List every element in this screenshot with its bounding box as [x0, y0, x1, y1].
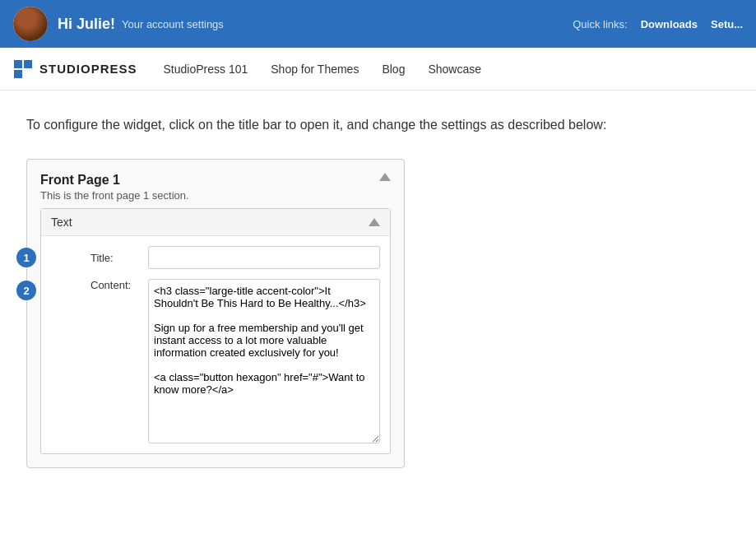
nav-items: StudioPress 101 Shop for Themes Blog Sho… [164, 59, 482, 79]
inner-widget-header[interactable]: Text [41, 209, 390, 236]
svg-rect-2 [14, 70, 22, 78]
quick-links-label: Quick links: [573, 18, 627, 30]
header: Hi Julie! Your account settings Quick li… [0, 0, 756, 48]
badge-2: 2 [16, 281, 36, 300]
widget-title: Front Page 1 [40, 173, 189, 188]
nav-item-shop-themes[interactable]: Shop for Themes [271, 59, 359, 79]
inner-widget: Text 1 Title: 2 Content: [40, 208, 391, 454]
content-textarea[interactable] [148, 279, 380, 443]
widget-container: Front Page 1 This is the front page 1 se… [26, 159, 405, 468]
header-right: Quick links: Downloads Setu... [573, 18, 743, 30]
widget-collapse-arrow[interactable] [379, 173, 391, 181]
account-settings-link[interactable]: Your account settings [122, 18, 224, 30]
avatar [13, 7, 48, 41]
nav-logo: STUDIOPRESS [13, 59, 137, 79]
title-input[interactable] [148, 246, 380, 269]
widget-section-header: Front Page 1 This is the front page 1 se… [40, 173, 391, 202]
svg-rect-0 [14, 60, 22, 68]
downloads-link[interactable]: Downloads [641, 18, 698, 30]
setup-link[interactable]: Setu... [711, 18, 743, 30]
studiopress-logo-icon [13, 59, 33, 79]
inner-widget-title: Text [51, 216, 72, 229]
intro-text: To configure the widget, click on the ti… [26, 114, 730, 136]
widget-section-info: Front Page 1 This is the front page 1 se… [40, 173, 189, 202]
nav-item-blog[interactable]: Blog [382, 59, 405, 79]
nav-item-studiopress101[interactable]: StudioPress 101 [164, 59, 248, 79]
inner-widget-body: 1 Title: 2 Content: [41, 236, 390, 453]
main-content: To configure the widget, click on the ti… [0, 91, 756, 485]
greeting: Hi Julie! [58, 16, 115, 33]
title-label: Title: [90, 252, 148, 264]
nav-item-showcase[interactable]: Showcase [428, 59, 481, 79]
inner-widget-collapse-arrow[interactable] [369, 218, 380, 226]
navigation: STUDIOPRESS StudioPress 101 Shop for The… [0, 48, 756, 91]
content-label: Content: [90, 279, 148, 291]
nav-logo-text: STUDIOPRESS [39, 62, 137, 76]
badge-1: 1 [16, 248, 36, 267]
widget-subtitle: This is the front page 1 section. [40, 189, 189, 202]
svg-rect-1 [24, 60, 32, 68]
